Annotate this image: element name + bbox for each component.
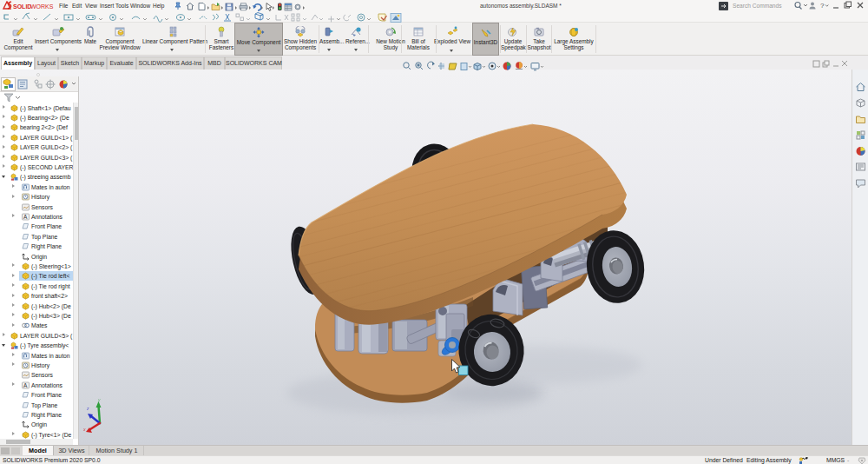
svg-text:?: ? [820,2,825,10]
svg-text:A: A [23,214,28,220]
svg-text:z: z [86,406,89,411]
svg-text:SOLID: SOLID [13,3,31,10]
svg-text:WORKS: WORKS [30,3,54,10]
svg-text:y: y [97,397,101,402]
svg-text:A: A [23,382,28,388]
svg-text:x: x [82,427,86,432]
